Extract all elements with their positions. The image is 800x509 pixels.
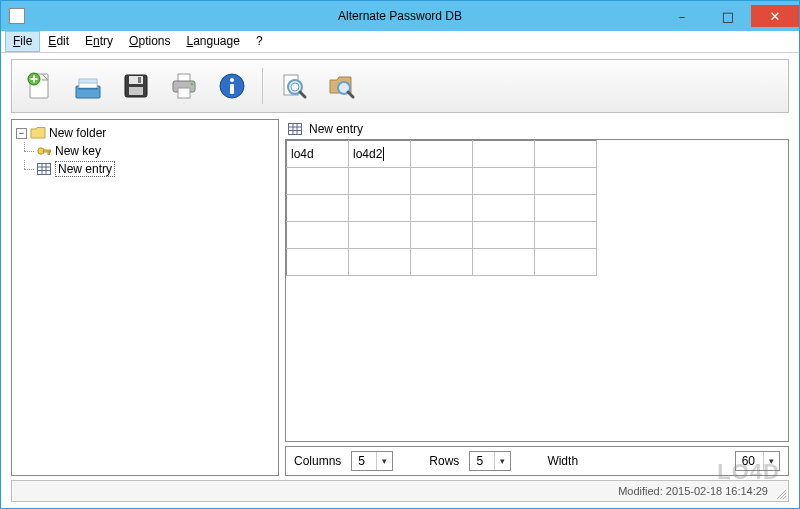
entry-panel: New entry lo4d lo4d2	[285, 119, 789, 476]
rows-value: 5	[470, 454, 494, 468]
svg-line-22	[300, 92, 305, 97]
svg-rect-10	[138, 77, 141, 83]
rows-select[interactable]: 5 ▾	[469, 451, 511, 471]
window-buttons: – □ ✕	[659, 5, 799, 27]
svg-rect-27	[48, 152, 50, 155]
new-document-button[interactable]	[18, 64, 62, 108]
cell-r2c4[interactable]	[535, 195, 597, 222]
menu-help[interactable]: ?	[248, 31, 271, 52]
cell-r3c4[interactable]	[535, 222, 597, 249]
cell-r0c4[interactable]	[535, 141, 597, 168]
grid-area[interactable]: lo4d lo4d2	[285, 139, 789, 442]
toolbar	[11, 59, 789, 113]
svg-rect-28	[38, 164, 51, 175]
open-button[interactable]	[66, 64, 110, 108]
svg-rect-18	[230, 84, 234, 94]
tree-item-key-label: New key	[55, 144, 101, 158]
tree-root-label: New folder	[49, 126, 106, 140]
tree-root[interactable]: − New folder	[14, 124, 276, 142]
cell-r0c1[interactable]: lo4d2	[349, 141, 411, 168]
svg-point-15	[191, 83, 194, 86]
save-icon	[120, 70, 152, 102]
svg-point-17	[230, 78, 234, 82]
chevron-down-icon: ▾	[494, 452, 510, 470]
folder-icon	[30, 125, 46, 141]
app-window: Alternate Password DB – □ ✕ File Edit En…	[0, 0, 800, 509]
menu-entry[interactable]: Entry	[77, 31, 121, 52]
svg-rect-14	[178, 88, 190, 98]
svg-rect-33	[289, 124, 302, 135]
tree-panel[interactable]: − New folder New key New entry	[11, 119, 279, 476]
cell-r0c0[interactable]: lo4d	[287, 141, 349, 168]
save-button[interactable]	[114, 64, 158, 108]
columns-select[interactable]: 5 ▾	[351, 451, 393, 471]
print-button[interactable]	[162, 64, 206, 108]
cell-r0c2[interactable]	[411, 141, 473, 168]
cell-r4c3[interactable]	[473, 249, 535, 276]
cell-r4c4[interactable]	[535, 249, 597, 276]
cell-r2c0[interactable]	[287, 195, 349, 222]
app-icon	[9, 8, 25, 24]
cell-r4c1[interactable]	[349, 249, 411, 276]
toolbar-separator	[262, 68, 263, 104]
cell-r1c0[interactable]	[287, 168, 349, 195]
search-folder-button[interactable]	[319, 64, 363, 108]
entry-title: New entry	[309, 122, 363, 136]
cell-r4c0[interactable]	[287, 249, 349, 276]
open-icon	[72, 70, 104, 102]
cell-r2c2[interactable]	[411, 195, 473, 222]
menu-options[interactable]: Options	[121, 31, 178, 52]
status-text: Modified: 2015-02-18 16:14:29	[618, 485, 768, 497]
cell-r2c1[interactable]	[349, 195, 411, 222]
search-document-icon	[277, 70, 309, 102]
status-bar: Modified: 2015-02-18 16:14:29	[11, 480, 789, 502]
svg-point-21	[291, 83, 299, 91]
cell-r1c3[interactable]	[473, 168, 535, 195]
info-button[interactable]	[210, 64, 254, 108]
cell-r2c3[interactable]	[473, 195, 535, 222]
cell-r1c1[interactable]	[349, 168, 411, 195]
menu-language[interactable]: Language	[178, 31, 247, 52]
minimize-button[interactable]: –	[659, 5, 705, 27]
info-icon	[216, 70, 248, 102]
data-grid[interactable]: lo4d lo4d2	[286, 140, 597, 276]
print-icon	[168, 70, 200, 102]
tree-item-entry[interactable]: New entry	[14, 160, 276, 178]
width-select[interactable]: 60 ▾	[735, 451, 780, 471]
svg-rect-6	[79, 79, 97, 83]
cell-r3c2[interactable]	[411, 222, 473, 249]
chevron-down-icon: ▾	[763, 452, 779, 470]
close-button[interactable]: ✕	[751, 5, 799, 27]
width-value: 60	[736, 454, 763, 468]
cell-r3c1[interactable]	[349, 222, 411, 249]
svg-rect-7	[78, 88, 98, 90]
menu-edit[interactable]: Edit	[40, 31, 77, 52]
cell-r3c0[interactable]	[287, 222, 349, 249]
maximize-button[interactable]: □	[705, 5, 751, 27]
cell-r1c4[interactable]	[535, 168, 597, 195]
rows-label: Rows	[429, 454, 459, 468]
expander-icon[interactable]: −	[16, 128, 27, 139]
chevron-down-icon: ▾	[376, 452, 392, 470]
tree-item-entry-label: New entry	[55, 161, 115, 177]
key-icon	[36, 143, 52, 159]
entry-header: New entry	[285, 119, 789, 139]
cell-r4c2[interactable]	[411, 249, 473, 276]
cell-r3c3[interactable]	[473, 222, 535, 249]
search-folder-icon	[325, 70, 357, 102]
title-bar[interactable]: Alternate Password DB – □ ✕	[1, 1, 799, 31]
search-document-button[interactable]	[271, 64, 315, 108]
cell-r0c3[interactable]	[473, 141, 535, 168]
columns-label: Columns	[294, 454, 341, 468]
tree-item-key[interactable]: New key	[14, 142, 276, 160]
cell-r1c2[interactable]	[411, 168, 473, 195]
grid-controls: Columns 5 ▾ Rows 5 ▾ Width 60 ▾	[285, 446, 789, 476]
table-icon	[287, 121, 303, 137]
menu-file[interactable]: File	[5, 31, 40, 52]
text-caret	[382, 147, 384, 161]
svg-rect-3	[31, 78, 38, 80]
svg-rect-11	[129, 87, 143, 95]
columns-value: 5	[352, 454, 376, 468]
new-document-icon	[24, 70, 56, 102]
svg-line-24	[348, 92, 353, 97]
